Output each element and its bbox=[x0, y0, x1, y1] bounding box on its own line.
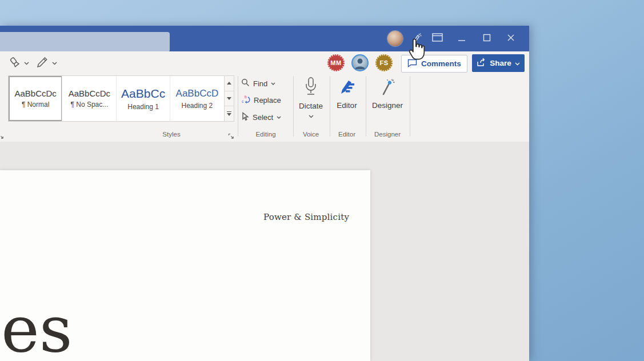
dialog-launcher-button[interactable] bbox=[0, 131, 4, 142]
style-no-spacing[interactable]: AaBbCcDc ¶ No Spac... bbox=[62, 76, 116, 121]
chevron-down-icon bbox=[271, 82, 275, 85]
ribbon-display-options-icon bbox=[432, 33, 443, 44]
replace-button[interactable]: b c Replace bbox=[241, 94, 281, 106]
person-silhouette-icon bbox=[353, 55, 367, 70]
find-label: Find bbox=[253, 79, 267, 88]
share-button[interactable]: Share bbox=[472, 54, 525, 72]
editor-button[interactable]: Editor bbox=[333, 78, 361, 110]
styles-group-label: Styles bbox=[154, 131, 189, 138]
ribbon: MM FS Comments bbox=[0, 51, 529, 142]
ink-tool-button[interactable] bbox=[7, 56, 29, 71]
comments-label: Comments bbox=[421, 59, 461, 68]
gallery-scroll-up-button[interactable] bbox=[225, 76, 234, 91]
chevron-down-icon bbox=[309, 115, 314, 118]
hand-cursor bbox=[408, 38, 426, 63]
minimize-icon bbox=[458, 34, 466, 44]
style-preview: AaBbCc bbox=[121, 87, 165, 101]
screen: MM FS Comments bbox=[0, 0, 644, 361]
group-separator bbox=[330, 76, 330, 137]
find-icon bbox=[241, 78, 250, 89]
dictate-button[interactable]: Dictate bbox=[297, 77, 325, 118]
collaborator-avatar-photo[interactable] bbox=[351, 54, 369, 71]
triangle-down-icon bbox=[227, 97, 231, 100]
chevron-down-icon bbox=[277, 116, 281, 119]
share-label: Share bbox=[490, 59, 511, 67]
replace-icon: b c bbox=[241, 95, 250, 106]
titlebar bbox=[0, 26, 529, 51]
collaborator-avatar-fs[interactable]: FS bbox=[375, 54, 393, 71]
editor-icon bbox=[338, 78, 356, 99]
style-heading-2[interactable]: AaBbCcD Heading 2 bbox=[170, 76, 224, 121]
collaborator-avatar-mm[interactable]: MM bbox=[327, 54, 345, 71]
ink-tool-icon bbox=[7, 55, 21, 71]
find-button[interactable]: Find bbox=[241, 77, 275, 90]
ribbon-display-options-button[interactable] bbox=[427, 26, 447, 51]
style-heading-1[interactable]: AaBbCc Heading 1 bbox=[117, 76, 170, 121]
share-icon bbox=[477, 58, 486, 69]
pen-tool-button[interactable] bbox=[35, 56, 57, 71]
gallery-scrollbar bbox=[225, 75, 234, 122]
group-separator bbox=[293, 76, 294, 137]
designer-icon bbox=[379, 78, 396, 99]
search-input[interactable] bbox=[0, 32, 170, 52]
style-normal[interactable]: AaBbCcDc ¶ Normal bbox=[9, 76, 62, 121]
avatar-initials: MM bbox=[330, 59, 341, 66]
style-label: ¶ Normal bbox=[22, 101, 49, 109]
voice-group-label: Voice bbox=[295, 131, 327, 138]
close-icon bbox=[507, 34, 515, 44]
close-button[interactable] bbox=[501, 26, 521, 51]
pen-tool-icon bbox=[35, 55, 49, 71]
style-label: ¶ No Spac... bbox=[70, 101, 108, 109]
svg-text:b: b bbox=[245, 95, 247, 99]
style-preview: AaBbCcD bbox=[176, 88, 219, 99]
document-canvas[interactable]: Power & Simplicity es bbox=[0, 142, 529, 361]
document-large-text: es bbox=[1, 297, 73, 361]
document-header-text: Power & Simplicity bbox=[263, 212, 349, 222]
triangle-down-icon bbox=[227, 113, 231, 116]
account-avatar[interactable] bbox=[387, 31, 403, 46]
dictate-label: Dictate bbox=[299, 102, 323, 110]
select-icon bbox=[241, 112, 249, 123]
collaborator-avatars: MM FS bbox=[327, 54, 393, 71]
style-label: Heading 2 bbox=[182, 102, 213, 110]
editor-label: Editor bbox=[337, 101, 357, 110]
styles-gallery: AaBbCcDc ¶ Normal AaBbCcDc ¶ No Spac... … bbox=[8, 75, 225, 122]
maximize-button[interactable] bbox=[477, 26, 497, 51]
editor-group-label: Editor bbox=[331, 131, 363, 138]
more-bar-icon bbox=[227, 111, 231, 113]
microphone-icon bbox=[303, 77, 318, 99]
group-separator bbox=[410, 76, 410, 137]
triangle-up-icon bbox=[227, 82, 231, 85]
designer-button[interactable]: Designer bbox=[369, 78, 406, 110]
style-preview: AaBbCcDc bbox=[69, 89, 110, 98]
gallery-more-button[interactable] bbox=[225, 106, 234, 121]
chevron-down-icon bbox=[515, 59, 520, 67]
editing-group-label: Editing bbox=[246, 131, 286, 138]
style-label: Heading 1 bbox=[127, 103, 159, 111]
maximize-icon bbox=[483, 34, 491, 44]
avatar-initials: FS bbox=[379, 59, 388, 66]
group-separator bbox=[238, 76, 238, 137]
select-button[interactable]: Select bbox=[241, 111, 281, 123]
chevron-down-icon bbox=[24, 62, 29, 65]
group-separator bbox=[366, 76, 366, 137]
designer-label: Designer bbox=[372, 101, 403, 110]
svg-text:c: c bbox=[242, 99, 244, 103]
chevron-down-icon bbox=[52, 62, 57, 65]
replace-label: Replace bbox=[254, 96, 281, 105]
select-label: Select bbox=[253, 113, 273, 122]
word-window: MM FS Comments bbox=[0, 26, 529, 361]
designer-group-label: Designer bbox=[370, 131, 405, 138]
styles-dialog-launcher-button[interactable] bbox=[228, 131, 234, 142]
gallery-scroll-down-button[interactable] bbox=[225, 91, 234, 106]
style-preview: AaBbCcDc bbox=[14, 89, 56, 98]
document-page[interactable]: Power & Simplicity es bbox=[0, 170, 370, 361]
minimize-button[interactable] bbox=[452, 26, 471, 51]
